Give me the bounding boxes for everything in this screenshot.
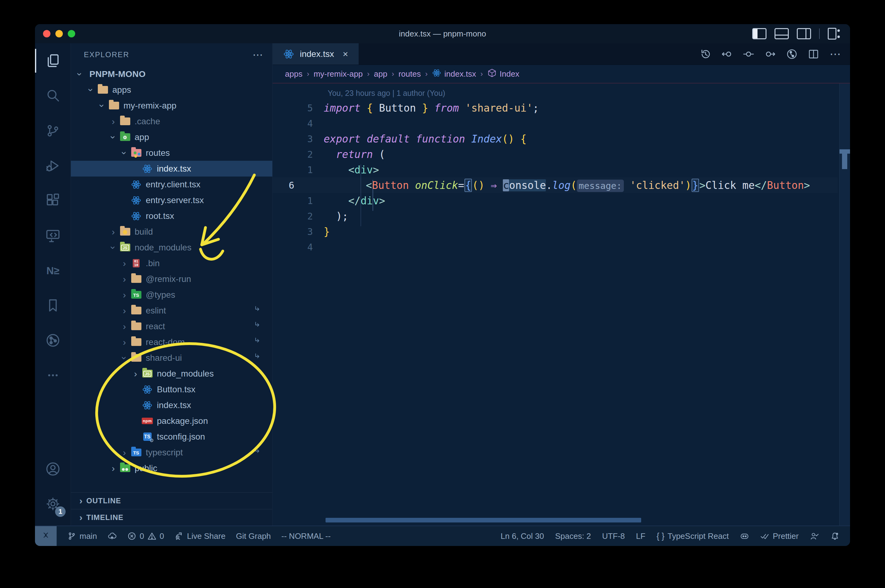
status-notifications[interactable] — [830, 526, 840, 546]
tree-item-apps[interactable]: ›apps — [71, 82, 272, 98]
activity-item-bookmarks[interactable] — [35, 288, 71, 323]
activity-item-gitlens[interactable] — [35, 323, 71, 358]
editor-more-actions-icon[interactable]: ⋯ — [829, 48, 841, 61]
tree-item-node-modules[interactable]: ›JSnode_modules — [71, 240, 272, 255]
code-line-3[interactable]: 3} — [272, 224, 838, 239]
toggle-secondary-sidebar-icon[interactable] — [797, 28, 811, 39]
breadcrumb-item-apps[interactable]: apps — [285, 69, 303, 79]
tree-item-entry-server-tsx[interactable]: ›entry.server.tsx — [71, 192, 272, 208]
horizontal-scrollbar[interactable] — [325, 518, 641, 522]
activity-item-explorer[interactable] — [35, 43, 71, 78]
code-line-3[interactable]: 3export default function Index() { — [272, 131, 838, 147]
breadcrumb-item-my-remix-app[interactable]: my-remix-app — [313, 69, 363, 79]
toggle-panel-icon[interactable] — [775, 28, 789, 39]
status-encoding[interactable]: UTF-8 — [602, 526, 625, 546]
code-line-2[interactable]: 2 ); — [272, 208, 838, 224]
tree-item-my-remix-app[interactable]: ›my-remix-app — [71, 98, 272, 114]
chevron-down-icon: › — [108, 131, 118, 143]
close-tab-icon[interactable]: × — [343, 49, 348, 59]
status-remote-indicator[interactable] — [35, 526, 57, 546]
checks-icon — [760, 531, 769, 541]
tree-item-package-json[interactable]: ›npmpackage.json — [71, 413, 272, 429]
code-line-1[interactable]: 1 <div> — [272, 162, 838, 177]
code-line-4[interactable]: 4 — [272, 239, 838, 255]
prev-change-icon[interactable] — [721, 48, 733, 60]
activity-item-settings[interactable]: 1 — [35, 486, 71, 521]
tree-item-index-tsx[interactable]: ›index.tsx — [71, 397, 272, 413]
explorer-more-actions-icon[interactable]: ⋯ — [253, 48, 263, 61]
activity-item-search[interactable] — [35, 78, 71, 113]
tree-item-pnpm-mono[interactable]: ›PNPM-MONO — [71, 66, 272, 82]
explorer-title: EXPLORER — [84, 50, 129, 59]
status-git-graph[interactable]: Git Graph — [236, 526, 271, 546]
tree-item-build[interactable]: ›build — [71, 224, 272, 240]
folder-tan-icon — [130, 274, 142, 284]
status-feedback[interactable] — [810, 526, 819, 546]
breadcrumb-item-index[interactable]: Index — [488, 68, 519, 80]
file-react-icon — [141, 400, 153, 411]
tree-item-node-modules[interactable]: ›JSnode_modules — [71, 366, 272, 381]
code-line-1[interactable]: 1 </div> — [272, 193, 838, 208]
activity-item-more[interactable] — [35, 358, 71, 393]
section-outline[interactable]: ›OUTLINE — [71, 492, 272, 509]
code-line-2[interactable]: 2 return ( — [272, 147, 838, 162]
tree-item-react-dom[interactable]: ›react-dom — [71, 334, 272, 350]
status-git-branch[interactable]: main — [67, 526, 97, 546]
tree-item-button-tsx[interactable]: ›Button.tsx — [71, 381, 272, 397]
status-live-share[interactable]: Live Share — [175, 526, 225, 546]
status-problems[interactable]: 00 — [127, 526, 164, 546]
activity-item-run-debug[interactable] — [35, 148, 71, 183]
tree-item-routes[interactable]: ›routes — [71, 145, 272, 161]
tree-item-shared-ui[interactable]: ›shared-ui — [71, 350, 272, 366]
customize-layout-icon[interactable] — [828, 28, 837, 40]
status-formatter-prettier[interactable]: Prettier — [760, 526, 799, 546]
status-label: LF — [636, 531, 645, 541]
toggle-sidebar-icon[interactable] — [752, 28, 766, 39]
git-blame-annotation: You, 23 hours ago | 1 author (You) — [272, 86, 838, 100]
tree-item-root-tsx[interactable]: ›root.tsx — [71, 208, 272, 224]
tree-item--bin[interactable]: ›0110.bin — [71, 255, 272, 271]
status-cursor-position[interactable]: Ln 6, Col 30 — [501, 526, 544, 546]
tree-item-typescript[interactable]: ›TStypescript — [71, 444, 272, 460]
tab-index-tsx[interactable]: index.tsx × — [272, 43, 359, 64]
breadcrumb-item-routes[interactable]: routes — [399, 69, 421, 79]
status-vim-mode[interactable]: -- NORMAL -- — [281, 526, 331, 546]
history-icon[interactable] — [700, 48, 711, 60]
code-text: <div> — [324, 164, 379, 176]
tree-item-index-tsx[interactable]: ›index.tsx — [71, 161, 272, 177]
code-line-4[interactable]: 4 — [272, 116, 838, 131]
split-editor-icon[interactable] — [808, 48, 819, 60]
tree-item--types[interactable]: ›TS@types — [71, 287, 272, 303]
activity-item-accounts[interactable] — [35, 452, 71, 486]
section-timeline[interactable]: ›TIMELINE — [71, 509, 272, 525]
tree-item-entry-client-tsx[interactable]: ›entry.client.tsx — [71, 177, 272, 192]
status-copilot[interactable] — [740, 526, 749, 546]
next-change-icon[interactable] — [765, 48, 776, 60]
breadcrumb-item-app[interactable]: app — [374, 69, 387, 79]
code-area[interactable]: You, 23 hours ago | 1 author (You)5impor… — [272, 84, 850, 525]
tree-item-tsconfig-json[interactable]: ›TS⚙tsconfig.json — [71, 429, 272, 444]
status-eol[interactable]: LF — [636, 526, 645, 546]
vertical-scrollbar[interactable] — [839, 84, 850, 525]
activity-item-extensions[interactable] — [35, 183, 71, 218]
activity-item-remote-explorer[interactable] — [35, 218, 71, 253]
tree-item-public[interactable]: ›public — [71, 460, 272, 476]
code-line-6[interactable]: 6 <Button onClick={() ⇒ console.log(mess… — [272, 177, 838, 193]
activity-item-source-control[interactable] — [35, 113, 71, 148]
activity-bar-bottom: 1 — [35, 452, 71, 521]
status-language-mode[interactable]: { }TypeScript React — [657, 526, 729, 546]
activity-item-nx-console[interactable]: N≥ — [35, 253, 71, 288]
tree-item--remix-run[interactable]: ›@remix-run — [71, 271, 272, 287]
status-publish[interactable] — [107, 526, 117, 546]
tree-item-eslint[interactable]: ›eslint — [71, 303, 272, 318]
tree-item--cache[interactable]: ›.cache — [71, 114, 272, 129]
breadcrumb-item-index-tsx[interactable]: index.tsx — [432, 68, 476, 80]
changes-icon[interactable] — [743, 48, 754, 60]
status-indentation[interactable]: Spaces: 2 — [555, 526, 591, 546]
tree-item-app[interactable]: ›⚙app — [71, 129, 272, 145]
tree-item-react[interactable]: ›react — [71, 318, 272, 334]
commit-graph-icon[interactable] — [786, 48, 798, 60]
tree-item-label: tsconfig.json — [157, 432, 205, 442]
code-line-5[interactable]: 5import { Button } from 'shared-ui'; — [272, 100, 838, 116]
breadcrumb-separator: › — [307, 69, 309, 78]
